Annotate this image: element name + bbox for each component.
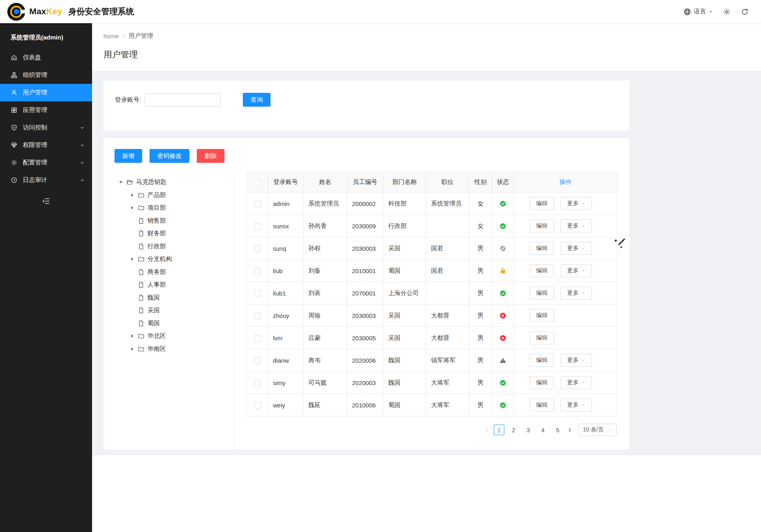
tree-node[interactable]: 蜀国 (130, 317, 234, 330)
row-checkbox[interactable] (254, 357, 261, 364)
row-checkbox[interactable] (254, 201, 261, 207)
row-checkbox[interactable] (254, 290, 261, 297)
more-button[interactable]: 更多 (561, 197, 592, 210)
edit-button[interactable]: 编辑 (530, 309, 554, 322)
tree-node[interactable]: 分支机构 (130, 253, 234, 266)
row-checkbox[interactable] (254, 245, 261, 252)
cell-status (492, 237, 514, 260)
tree-node[interactable]: 魏国 (130, 291, 234, 304)
edit-button[interactable]: 编辑 (530, 398, 554, 412)
refresh-logout-icon[interactable] (741, 8, 749, 16)
row-checkbox[interactable] (254, 335, 261, 342)
edit-button[interactable]: 编辑 (530, 287, 554, 300)
tree-node[interactable]: 华南区 (130, 343, 234, 356)
more-button[interactable]: 更多 (561, 264, 592, 277)
delete-button[interactable]: 删除 (197, 149, 224, 163)
more-button[interactable]: 更多 (561, 219, 592, 232)
page-number-5[interactable]: 5 (552, 425, 563, 435)
sidebar-item-users[interactable]: 用户管理 (0, 84, 92, 101)
page-size-value: 10 条/页 (583, 426, 604, 433)
row-checkbox[interactable] (254, 223, 261, 230)
cell-name: 系统管理员 (304, 193, 347, 215)
prev-page-button[interactable] (484, 427, 490, 433)
sidebar-item-config[interactable]: 配置管理 (0, 154, 92, 171)
breadcrumb-home-link[interactable]: home (103, 33, 119, 39)
edit-button[interactable]: 编辑 (530, 376, 554, 389)
more-button[interactable]: 更多 (561, 287, 592, 300)
tree-node[interactable]: 商务部 (130, 266, 234, 279)
status-active-icon (499, 223, 506, 230)
next-page-button[interactable] (567, 427, 572, 433)
sidebar-user-title: 系统管理员(admin) (0, 23, 92, 49)
more-button[interactable]: 更多 (561, 376, 592, 389)
language-switcher[interactable]: 语言 (683, 8, 713, 16)
cell-gender: 男 (469, 327, 492, 349)
more-button[interactable]: 更多 (561, 398, 592, 412)
sidebar-item-access-control[interactable]: 访问控制 (0, 119, 92, 136)
sidebar-item-organizations[interactable]: 组织管理 (0, 66, 92, 84)
edit-button[interactable]: 编辑 (530, 264, 554, 277)
add-user-button[interactable]: 新增 (114, 149, 142, 163)
page-size-select[interactable]: 10 条/页 (578, 424, 617, 436)
sidebar-item-permissions[interactable]: 权限管理 (0, 136, 92, 154)
more-button[interactable]: 更多 (561, 242, 592, 255)
row-checkbox[interactable] (254, 402, 261, 409)
account-search-input[interactable] (145, 93, 221, 107)
more-button[interactable]: 更多 (561, 354, 592, 367)
status-active-icon (499, 200, 506, 207)
page-number-3[interactable]: 3 (523, 425, 534, 435)
chevron-down-icon (608, 428, 612, 432)
row-checkbox[interactable] (254, 268, 261, 274)
tree-node[interactable]: 项目部 (130, 201, 234, 215)
status-active-icon (499, 402, 506, 409)
change-password-button[interactable]: 密码修改 (150, 149, 189, 163)
tree-root-node[interactable]: 马克思钥匙 (118, 176, 234, 189)
tree-children: 产品部 项目部 销售部 财务部 行政部 分支机构 商务部 人事部 魏国 吴国 (118, 189, 234, 356)
tree-node[interactable]: 人事部 (130, 278, 234, 291)
settings-gear-icon[interactable] (723, 8, 731, 16)
tree-node-label: 产品部 (147, 191, 166, 199)
chevron-left-icon (484, 427, 490, 433)
chevron-down-icon (581, 381, 585, 385)
edit-button[interactable]: 编辑 (530, 219, 554, 232)
cell-position: 系统管理员 (426, 193, 469, 215)
edit-button[interactable]: 编辑 (530, 197, 554, 210)
sidebar-item-apps[interactable]: 应用管理 (0, 101, 92, 119)
sidebar-item-label: 应用管理 (23, 106, 47, 114)
nav-icon (11, 72, 18, 79)
sidebar-item-label: 权限管理 (23, 141, 47, 149)
cell-account: simy (268, 372, 304, 394)
menu-fold-icon[interactable] (42, 197, 50, 205)
query-button[interactable]: 查询 (243, 93, 271, 107)
row-checkbox[interactable] (254, 380, 261, 386)
row-checkbox[interactable] (254, 313, 261, 319)
tree-node[interactable]: 吴国 (130, 304, 234, 317)
sidebar-item-audit[interactable]: 日志审计 (0, 171, 92, 189)
tree-node[interactable]: 财务部 (130, 227, 234, 240)
edit-button[interactable]: 编辑 (530, 354, 554, 367)
cell-account: lvm (268, 327, 304, 349)
edit-button[interactable]: 编辑 (530, 331, 554, 344)
chevron-down-icon (581, 246, 585, 250)
cell-account: liub (268, 260, 304, 282)
tree-node[interactable]: 华北区 (130, 330, 234, 343)
tree-node-label: 吴国 (147, 307, 160, 314)
cell-status (492, 349, 514, 372)
tree-node[interactable]: 产品部 (130, 189, 234, 202)
cell-department: 行政部 (383, 215, 426, 237)
page-number-2[interactable]: 2 (508, 425, 519, 435)
sidebar-item-dashboard[interactable]: 仪表盘 (0, 49, 92, 66)
edit-button[interactable]: 编辑 (530, 242, 554, 255)
col-select (247, 172, 268, 193)
tree-node-label: 分支机构 (147, 255, 172, 263)
cell-status (492, 304, 514, 327)
page-number-1[interactable]: 1 (494, 425, 504, 435)
table-row: simy 司马懿 2020003 魏国 大将军 男 编辑 更多 (247, 372, 617, 394)
page-number-4[interactable]: 4 (538, 425, 548, 435)
select-all-checkbox[interactable] (254, 180, 261, 186)
sidebar-item-label: 仪表盘 (23, 54, 41, 61)
nav-icon (11, 142, 18, 149)
tree-node[interactable]: 销售部 (130, 215, 234, 228)
tree-node[interactable]: 行政部 (130, 240, 234, 253)
cell-gender: 男 (469, 282, 492, 304)
